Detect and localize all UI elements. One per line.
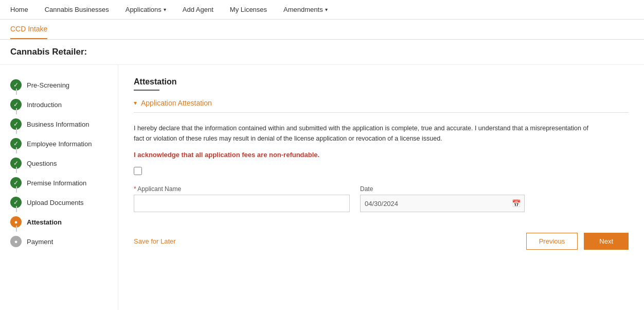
sidebar-item-attestation[interactable]: ● Attestation <box>10 212 118 232</box>
main-layout: ✓ Pre-Screening ✓ Introduction ✓ Busines… <box>0 65 644 310</box>
check-icon: ✓ <box>13 199 19 206</box>
accordion-chevron-icon: ▾ <box>134 99 137 107</box>
sidebar: ✓ Pre-Screening ✓ Introduction ✓ Busines… <box>0 65 118 310</box>
applications-chevron-icon: ▾ <box>164 7 166 12</box>
step-circle-business-information: ✓ <box>10 118 22 130</box>
sidebar-label-business-information: Business Information <box>27 120 89 128</box>
sidebar-item-payment[interactable]: ● Payment <box>10 232 118 251</box>
check-icon: ✓ <box>13 101 19 108</box>
check-icon: ✓ <box>13 120 19 128</box>
date-group: Date 04/30/2024 📅 <box>360 185 525 212</box>
sidebar-label-introduction: Introduction <box>27 101 62 109</box>
page-title: Cannabis Retailer: <box>10 47 634 57</box>
sidebar-label-payment: Payment <box>27 238 53 246</box>
nav-add-agent[interactable]: Add Agent <box>183 6 213 13</box>
applicant-name-label: * Applicant Name <box>134 185 350 193</box>
sidebar-label-employee-information: Employee Information <box>27 140 92 148</box>
step-circle-employee-information: ✓ <box>10 138 22 149</box>
check-icon: ✓ <box>13 160 19 167</box>
step-circle-premise-information: ✓ <box>10 177 22 188</box>
right-buttons: Previous Next <box>526 233 629 250</box>
active-dot-icon: ● <box>14 219 18 225</box>
step-circle-questions: ✓ <box>10 158 22 169</box>
date-input[interactable]: 04/30/2024 <box>360 195 525 212</box>
date-label: Date <box>360 185 525 193</box>
sidebar-item-business-information[interactable]: ✓ Business Information <box>10 114 118 134</box>
check-icon: ✓ <box>13 179 19 186</box>
check-icon: ✓ <box>13 81 19 89</box>
accordion-label: Application Attestation <box>141 99 212 107</box>
sidebar-label-premise-information: Premise Information <box>27 179 86 187</box>
section-title: Attestation <box>134 77 629 87</box>
step-circle-attestation: ● <box>10 216 22 228</box>
nav-amendments[interactable]: Amendments ▾ <box>283 6 328 13</box>
attestation-checkbox-row <box>134 167 629 175</box>
top-navigation: Home Cannabis Businesses Applications ▾ … <box>0 0 644 20</box>
attestation-declaration-text: I hereby declare that the information co… <box>134 123 597 144</box>
sidebar-item-premise-information[interactable]: ✓ Premise Information <box>10 173 118 193</box>
sidebar-item-pre-screening[interactable]: ✓ Pre-Screening <box>10 75 118 95</box>
sidebar-label-attestation: Attestation <box>27 218 62 226</box>
amendments-chevron-icon: ▾ <box>325 7 328 12</box>
nav-applications[interactable]: Applications ▾ <box>126 6 166 13</box>
previous-button[interactable]: Previous <box>526 233 578 250</box>
form-fields-row: * Applicant Name Date 04/30/2024 📅 <box>134 185 629 212</box>
check-icon: ✓ <box>13 140 19 147</box>
main-content: Attestation ▾ Application Attestation I … <box>118 65 644 310</box>
accordion-application-attestation[interactable]: ▾ Application Attestation <box>134 99 629 113</box>
nav-my-licenses[interactable]: My Licenses <box>230 6 267 13</box>
step-circle-upload-documents: ✓ <box>10 197 22 208</box>
next-button[interactable]: Next <box>584 233 629 250</box>
pending-dot-icon: ● <box>14 238 18 245</box>
tab-row: CCD Intake <box>0 20 644 40</box>
section-underline <box>134 90 159 91</box>
step-circle-pre-screening: ✓ <box>10 79 22 91</box>
footer-actions: Save for Later Previous Next <box>134 228 629 250</box>
sidebar-label-pre-screening: Pre-Screening <box>27 81 69 89</box>
step-circle-introduction: ✓ <box>10 99 22 110</box>
page-title-row: Cannabis Retailer: <box>0 40 644 65</box>
sidebar-item-employee-information[interactable]: ✓ Employee Information <box>10 134 118 153</box>
applicant-name-input[interactable] <box>134 195 350 212</box>
sidebar-item-introduction[interactable]: ✓ Introduction <box>10 95 118 114</box>
sidebar-item-questions[interactable]: ✓ Questions <box>10 153 118 173</box>
tab-ccd-intake[interactable]: CCD Intake <box>10 20 47 39</box>
sidebar-label-upload-documents: Upload Documents <box>27 199 84 206</box>
sidebar-item-upload-documents[interactable]: ✓ Upload Documents <box>10 193 118 212</box>
calendar-icon[interactable]: 📅 <box>512 199 521 208</box>
applicant-name-group: * Applicant Name <box>134 185 350 212</box>
date-input-wrapper: 04/30/2024 📅 <box>360 195 525 212</box>
nav-home[interactable]: Home <box>10 6 28 13</box>
nav-cannabis-businesses[interactable]: Cannabis Businesses <box>45 6 109 13</box>
sidebar-label-questions: Questions <box>27 160 57 167</box>
attestation-checkbox[interactable] <box>134 167 142 175</box>
step-circle-payment: ● <box>10 236 22 247</box>
save-for-later-button[interactable]: Save for Later <box>134 237 176 245</box>
attestation-warning-text: I acknowledge that all application fees … <box>134 151 629 159</box>
